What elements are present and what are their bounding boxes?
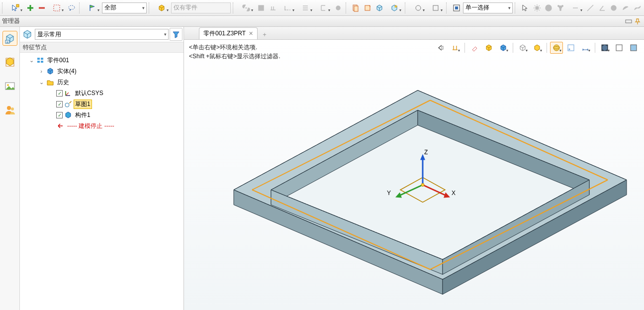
feature-nodes-label: 特征节点	[23, 43, 47, 52]
toolbar-separator	[446, 2, 449, 13]
cube-a-button[interactable]	[374, 2, 385, 13]
arc-button[interactable]	[620, 2, 631, 13]
tool-b-button[interactable]	[268, 2, 278, 13]
manager-header: 管理器	[0, 16, 644, 27]
cursor-select-button[interactable]	[7, 2, 24, 13]
toolbar-separator	[2, 2, 5, 13]
toolbar-separator	[405, 2, 408, 13]
tree-history-label: 历史	[56, 78, 71, 87]
left-rail	[0, 27, 20, 310]
close-tab-button[interactable]: ✕	[249, 30, 253, 37]
csys-icon	[64, 89, 72, 97]
spline-button[interactable]	[632, 2, 643, 13]
svg-rect-12	[455, 6, 458, 9]
only-parts-field: 仅有零件	[171, 2, 231, 13]
tool-e-button[interactable]	[315, 2, 332, 13]
svg-rect-26	[37, 58, 40, 60]
manager-pin-button[interactable]	[633, 17, 642, 26]
body-row: 显示常用 特征节点 ⌄ 零件001 › 实体(4)	[0, 27, 644, 310]
select-mode-combo[interactable]: 单一选择	[463, 2, 513, 13]
remove-button[interactable]	[37, 2, 48, 13]
svg-rect-10	[433, 5, 438, 10]
svg-point-13	[536, 6, 539, 9]
nodes-button[interactable]	[555, 2, 566, 13]
svg-rect-28	[37, 61, 40, 63]
svg-point-5	[336, 6, 340, 10]
marquee-select-button[interactable]	[48, 2, 65, 13]
gear-button[interactable]	[532, 2, 543, 13]
tree-filter-button[interactable]	[170, 28, 183, 41]
twisty-icon[interactable]: ⌄	[28, 57, 35, 64]
manager-primary-icon	[21, 28, 34, 41]
angle-button[interactable]	[597, 2, 608, 13]
viewport[interactable]: <单击右键>环境相关选项. <Shift +鼠标右键>显示选择过滤器.	[184, 40, 644, 310]
small-b-button[interactable]	[427, 2, 444, 13]
sketch-icon	[64, 100, 72, 108]
display-combo[interactable]: 显示常用	[35, 29, 169, 40]
tree-solids[interactable]: › 实体(4)	[21, 66, 183, 77]
play-button[interactable]	[543, 2, 554, 13]
tool-c-button[interactable]	[279, 2, 296, 13]
tree-csys-label: 默认CSYS	[74, 89, 105, 98]
tool-f-button[interactable]	[333, 2, 344, 13]
cube-star-button[interactable]	[386, 2, 403, 13]
axis-x-label: X	[452, 190, 456, 197]
filter-combo[interactable]: 全部	[102, 2, 147, 13]
solid-icon	[46, 67, 54, 75]
rail-user-button[interactable]	[2, 103, 17, 117]
document-tabstrip: 零件001.Z3PRT ✕ ＋	[184, 27, 644, 40]
misc-a-button[interactable]	[567, 2, 584, 13]
tree-sketch[interactable]: 草图1	[21, 99, 183, 109]
tree-history[interactable]: ⌄ 历史	[21, 77, 183, 88]
svg-rect-19	[626, 20, 632, 23]
small-a-button[interactable]	[410, 2, 427, 13]
sheet-a-button[interactable]	[350, 2, 361, 13]
box-view-button[interactable]	[154, 2, 171, 13]
tree-csys[interactable]: 默认CSYS	[21, 88, 183, 99]
tree-root-label: 零件001	[46, 56, 71, 65]
tree-stop-label: ----- 建模停止 -----	[66, 121, 116, 131]
rail-tree-button[interactable]	[2, 31, 17, 46]
part-icon	[36, 56, 44, 64]
tree-root[interactable]: ⌄ 零件001	[21, 55, 183, 66]
stop-arrow-icon	[56, 122, 64, 130]
twisty-icon[interactable]: ⌄	[38, 79, 45, 86]
visibility-checkbox[interactable]	[56, 90, 63, 97]
select-mode-label: 单一选择	[465, 3, 489, 12]
rail-image-button[interactable]	[2, 79, 17, 94]
axis-y-label: Y	[387, 190, 391, 197]
toolbar-separator	[346, 2, 349, 13]
pointer-button[interactable]	[520, 2, 531, 13]
add-tab-button[interactable]: ＋	[260, 29, 270, 39]
visibility-checkbox[interactable]	[56, 112, 63, 118]
add-button[interactable]	[25, 2, 36, 13]
document-tab[interactable]: 零件001.Z3PRT ✕	[199, 27, 258, 39]
twisty-icon[interactable]: ›	[38, 68, 45, 74]
manager-collapse-button[interactable]	[624, 17, 633, 26]
tree-modeling-stop[interactable]: ----- 建模停止 -----	[21, 120, 183, 131]
circle-button[interactable]	[609, 2, 620, 13]
svg-rect-1	[54, 5, 60, 11]
tool-a-button[interactable]	[256, 2, 267, 13]
main-toolbar: 全部 仅有零件 单一选择	[0, 0, 644, 16]
link-button[interactable]	[238, 2, 255, 13]
toolbar-separator	[79, 2, 82, 13]
svg-point-18	[611, 5, 616, 10]
tool-d-button[interactable]	[297, 2, 314, 13]
visibility-checkbox[interactable]	[56, 101, 63, 107]
frame-button[interactable]	[451, 2, 462, 13]
line-button[interactable]	[585, 2, 596, 13]
member-icon	[64, 111, 72, 119]
svg-point-57	[421, 184, 424, 187]
filter-flag-button[interactable]	[84, 2, 101, 13]
sheet-b-button[interactable]	[362, 2, 373, 13]
svg-point-9	[416, 5, 421, 10]
tree-member[interactable]: 构件1	[21, 109, 183, 120]
viewport-canvas: Z X Y	[184, 40, 644, 310]
tree-member-label: 构件1	[74, 110, 92, 120]
svg-point-3	[70, 9, 71, 10]
lasso-select-button[interactable]	[66, 2, 77, 13]
svg-rect-0	[16, 4, 19, 7]
svg-rect-27	[41, 58, 43, 60]
rail-box-button[interactable]	[2, 55, 17, 70]
